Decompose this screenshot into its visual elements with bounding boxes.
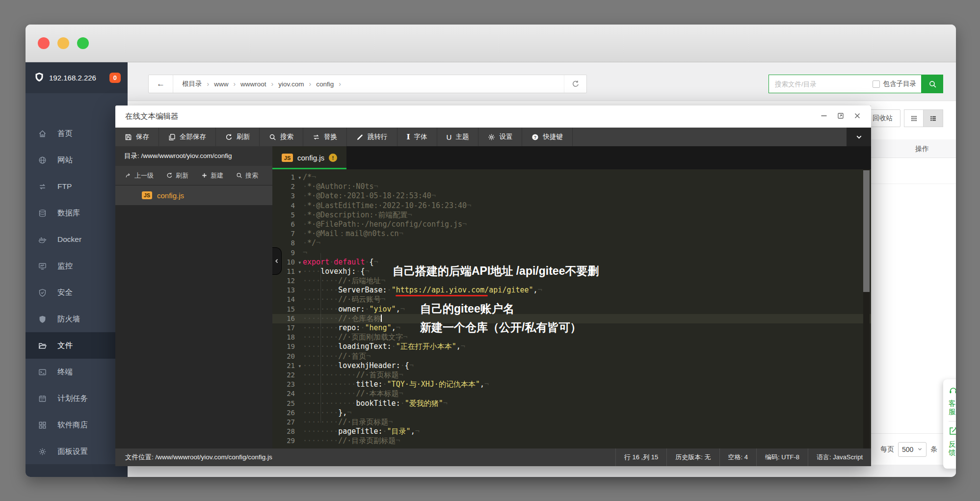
- search-box: 包含子目录: [768, 75, 922, 93]
- globe-icon: [37, 156, 47, 164]
- widget-feedback[interactable]: 反馈: [949, 426, 956, 457]
- toolbar-gear-button[interactable]: 设置: [478, 128, 522, 146]
- tree-action-search[interactable]: 搜索: [236, 171, 258, 180]
- code-line-13: 13········ServerBase:·"https://api.yiov.…: [272, 286, 871, 295]
- widget-label: 反馈: [949, 440, 956, 457]
- breadcrumb-item[interactable]: yiov.com: [278, 80, 304, 88]
- code-text: ········ServerBase:·"https://api.yiov.co…: [303, 286, 542, 295]
- code-line-25: 25············bookTitle:·"爱我的猪"¬: [272, 399, 871, 408]
- tree-file-list: JSconfig.js: [115, 185, 272, 448]
- toolbar-refresh-button[interactable]: 刷新: [216, 128, 260, 146]
- toolbar-font-i-button[interactable]: I字体: [397, 128, 437, 146]
- sidebar-item-ftp[interactable]: FTP: [26, 173, 128, 200]
- line-number: 18: [272, 333, 303, 342]
- code-line-20: 20········//·首页¬: [272, 352, 871, 361]
- minimize-window-button[interactable]: [57, 37, 69, 49]
- toolbar-save-button[interactable]: 保存: [115, 128, 159, 146]
- line-number: 21▾: [272, 361, 303, 370]
- toolbar-theme-u-button[interactable]: U主题: [437, 128, 479, 146]
- sidebar-item-docker[interactable]: Docker: [26, 226, 128, 253]
- fold-arrow-icon[interactable]: ▾: [298, 362, 301, 370]
- search-input[interactable]: [769, 80, 873, 88]
- line-number: 8: [272, 238, 303, 248]
- breadcrumb-item[interactable]: wwwroot: [240, 80, 266, 88]
- code-line-21: 21▾········lovexhjHeader:·{¬: [272, 361, 871, 370]
- svg-text:?: ?: [534, 134, 536, 139]
- toolbar-button-label: 搜索: [280, 132, 293, 141]
- code-text: ········//·首页¬: [303, 352, 371, 361]
- tree-action-label: 刷新: [176, 171, 188, 180]
- sidebar-item-label: 数据库: [57, 208, 80, 218]
- sidebar-item-shield[interactable]: 防火墙: [26, 306, 128, 332]
- line-number: 24: [272, 389, 303, 398]
- sidebar-item-shield-check[interactable]: 安全: [26, 279, 128, 306]
- line-number: 23: [272, 380, 303, 389]
- per-page-value: 500: [902, 446, 913, 453]
- per-page-select[interactable]: 500: [898, 442, 927, 457]
- sidebar-item-label: 终端: [57, 367, 73, 377]
- sidebar-item-label: 防火墙: [57, 314, 80, 324]
- back-button[interactable]: ←: [149, 75, 173, 93]
- sidebar-item-database[interactable]: 数据库: [26, 200, 128, 226]
- code-text: ·*·@LastEditTime:·2022-10-26·16:23:40¬: [303, 201, 471, 211]
- breadcrumb-item[interactable]: www: [214, 80, 228, 88]
- code-text: ········//·目录页副标题¬: [303, 436, 400, 446]
- sidebar-item-monitor[interactable]: 监控: [26, 253, 128, 279]
- refresh-directory-button[interactable]: [564, 75, 586, 93]
- code-editor[interactable]: JS config.js ! 1▾/*¬2·*·@Author:·N0ts¬3·…: [272, 146, 871, 448]
- breadcrumb-item[interactable]: 根目录: [182, 79, 202, 88]
- sidebar-item-terminal[interactable]: 终端: [26, 359, 128, 385]
- toolbar-search-button[interactable]: 搜索: [260, 128, 303, 146]
- tab-config-js[interactable]: JS config.js !: [272, 146, 346, 169]
- close-editor-button[interactable]: [853, 112, 861, 122]
- shield-icon: [37, 315, 47, 323]
- collapse-tree-handle[interactable]: [272, 247, 282, 275]
- zoom-window-button[interactable]: [77, 37, 89, 49]
- toolbar-replace-button[interactable]: 替换: [303, 128, 347, 146]
- code-line-22: 22············//·首页标题¬: [272, 370, 871, 380]
- shield-check-icon: [37, 289, 47, 297]
- fold-arrow-icon[interactable]: ▾: [298, 173, 301, 182]
- search-button[interactable]: [922, 75, 943, 93]
- sidebar-item-calendar[interactable]: 计划任务: [26, 385, 128, 412]
- maximize-editor-button[interactable]: [837, 112, 845, 122]
- include-subdir-checkbox[interactable]: [873, 80, 880, 88]
- fold-arrow-icon[interactable]: ▾: [298, 258, 301, 267]
- message-count-badge[interactable]: 0: [109, 73, 121, 83]
- close-icon: [853, 112, 861, 120]
- panel-logo-icon: [34, 72, 44, 84]
- toolbar-save-all-button[interactable]: 全部保存: [159, 128, 216, 146]
- sidebar-item-folder[interactable]: 文件: [26, 332, 128, 359]
- editor-scrollbar-thumb[interactable]: [863, 170, 870, 292]
- sidebar-item-label: 软件商店: [57, 420, 88, 430]
- tree-action-up[interactable]: 上一级: [125, 171, 154, 180]
- fold-arrow-icon[interactable]: ▾: [298, 267, 301, 276]
- tree-action-refresh[interactable]: 刷新: [166, 171, 188, 180]
- widget-service[interactable]: 客服: [949, 386, 956, 416]
- sidebar-item-globe[interactable]: 网站: [26, 147, 128, 173]
- breadcrumb-item[interactable]: config: [316, 80, 334, 88]
- help-icon: ?: [531, 133, 539, 141]
- sidebar-item-home[interactable]: 首页: [26, 120, 128, 147]
- code-line-29: 29········//·目录页副标题¬: [272, 436, 871, 446]
- list-view-button[interactable]: [924, 109, 943, 127]
- save-all-icon: [168, 133, 176, 141]
- toolbar-expand-button[interactable]: [847, 128, 871, 146]
- code-text: ¬: [303, 248, 307, 258]
- tree-action-plus[interactable]: 新建: [201, 171, 223, 180]
- sidebar-item-grid[interactable]: 软件商店: [26, 412, 128, 438]
- grid-view-button[interactable]: [904, 109, 924, 127]
- code-text: ········//·码云账号¬: [303, 295, 385, 304]
- sidebar-item-label: Docker: [57, 235, 81, 244]
- toolbar-help-button[interactable]: ?快捷键: [522, 128, 573, 146]
- toolbar-jump-button[interactable]: 跳转行: [347, 128, 397, 146]
- line-number: 20: [272, 352, 303, 361]
- sidebar-item-label: FTP: [57, 182, 72, 191]
- close-window-button[interactable]: [38, 37, 50, 49]
- window-titlebar: [26, 25, 956, 62]
- sidebar-item-gear[interactable]: 面板设置: [26, 438, 128, 465]
- tree-file-config.js[interactable]: JSconfig.js: [115, 185, 272, 205]
- minimize-editor-button[interactable]: [820, 112, 828, 122]
- code-area[interactable]: 1▾/*¬2·*·@Author:·N0ts¬3·*·@Date:·2021-0…: [272, 169, 871, 448]
- code-line-27: 27········//·目录页标题¬: [272, 418, 871, 427]
